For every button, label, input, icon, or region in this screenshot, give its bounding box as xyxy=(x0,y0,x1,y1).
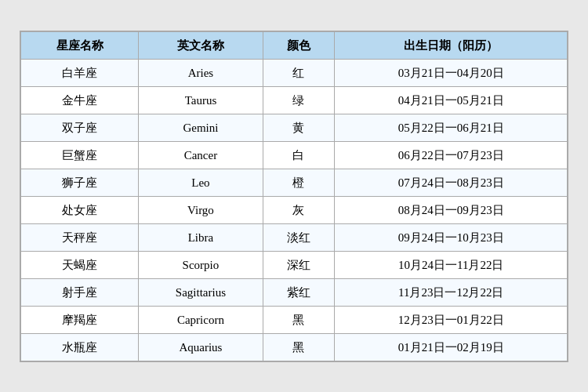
table-row: 摩羯座Capricorn黑12月23日一01月22日 xyxy=(21,306,568,333)
table-row: 白羊座Aries红03月21日一04月20日 xyxy=(21,59,568,86)
cell-english-name: Gemini xyxy=(139,114,263,141)
table-body: 白羊座Aries红03月21日一04月20日金牛座Taurus绿04月21日一0… xyxy=(21,59,568,361)
zodiac-table: 星座名称 英文名称 颜色 出生日期（阳历） 白羊座Aries红03月21日一04… xyxy=(20,31,568,361)
cell-chinese-name: 天秤座 xyxy=(21,223,139,251)
cell-color: 淡红 xyxy=(263,223,335,251)
table-header-row: 星座名称 英文名称 颜色 出生日期（阳历） xyxy=(21,31,568,59)
cell-english-name: Virgo xyxy=(139,196,263,223)
cell-date: 05月22日一06月21日 xyxy=(335,114,568,141)
cell-date: 03月21日一04月20日 xyxy=(335,59,568,86)
cell-chinese-name: 射手座 xyxy=(21,278,139,306)
header-english-name: 英文名称 xyxy=(139,31,263,59)
cell-chinese-name: 巨蟹座 xyxy=(21,141,139,169)
cell-chinese-name: 白羊座 xyxy=(21,59,139,86)
cell-color: 白 xyxy=(263,141,335,169)
cell-chinese-name: 水瓶座 xyxy=(21,333,139,361)
cell-color: 红 xyxy=(263,59,335,86)
cell-english-name: Scorpio xyxy=(139,251,263,278)
cell-color: 紫红 xyxy=(263,278,335,306)
cell-english-name: Aquarius xyxy=(139,333,263,361)
cell-color: 绿 xyxy=(263,86,335,114)
cell-chinese-name: 双子座 xyxy=(21,114,139,141)
table-row: 金牛座Taurus绿04月21日一05月21日 xyxy=(21,86,568,114)
table-row: 射手座Sagittarius紫红11月23日一12月22日 xyxy=(21,278,568,306)
cell-color: 黄 xyxy=(263,114,335,141)
cell-chinese-name: 处女座 xyxy=(21,196,139,223)
cell-date: 12月23日一01月22日 xyxy=(335,306,568,333)
cell-date: 11月23日一12月22日 xyxy=(335,278,568,306)
header-chinese-name: 星座名称 xyxy=(21,31,139,59)
cell-english-name: Aries xyxy=(139,59,263,86)
cell-color: 灰 xyxy=(263,196,335,223)
cell-english-name: Leo xyxy=(139,169,263,196)
cell-color: 黑 xyxy=(263,306,335,333)
header-date: 出生日期（阳历） xyxy=(335,31,568,59)
cell-chinese-name: 摩羯座 xyxy=(21,306,139,333)
table-row: 天蝎座Scorpio深红10月24日一11月22日 xyxy=(21,251,568,278)
cell-date: 04月21日一05月21日 xyxy=(335,86,568,114)
table-row: 天秤座Libra淡红09月24日一10月23日 xyxy=(21,223,568,251)
cell-english-name: Cancer xyxy=(139,141,263,169)
cell-date: 06月22日一07月23日 xyxy=(335,141,568,169)
cell-english-name: Libra xyxy=(139,223,263,251)
cell-chinese-name: 狮子座 xyxy=(21,169,139,196)
cell-english-name: Taurus xyxy=(139,86,263,114)
table-row: 狮子座Leo橙07月24日一08月23日 xyxy=(21,169,568,196)
header-color: 颜色 xyxy=(263,31,335,59)
cell-date: 01月21日一02月19日 xyxy=(335,333,568,361)
cell-date: 07月24日一08月23日 xyxy=(335,169,568,196)
cell-english-name: Sagittarius xyxy=(139,278,263,306)
cell-chinese-name: 天蝎座 xyxy=(21,251,139,278)
cell-color: 黑 xyxy=(263,333,335,361)
table-row: 双子座Gemini黄05月22日一06月21日 xyxy=(21,114,568,141)
cell-date: 08月24日一09月23日 xyxy=(335,196,568,223)
cell-english-name: Capricorn xyxy=(139,306,263,333)
cell-chinese-name: 金牛座 xyxy=(21,86,139,114)
zodiac-table-container: 星座名称 英文名称 颜色 出生日期（阳历） 白羊座Aries红03月21日一04… xyxy=(20,31,568,362)
cell-date: 10月24日一11月22日 xyxy=(335,251,568,278)
table-row: 巨蟹座Cancer白06月22日一07月23日 xyxy=(21,141,568,169)
table-row: 水瓶座Aquarius黑01月21日一02月19日 xyxy=(21,333,568,361)
cell-color: 橙 xyxy=(263,169,335,196)
table-row: 处女座Virgo灰08月24日一09月23日 xyxy=(21,196,568,223)
cell-color: 深红 xyxy=(263,251,335,278)
cell-date: 09月24日一10月23日 xyxy=(335,223,568,251)
